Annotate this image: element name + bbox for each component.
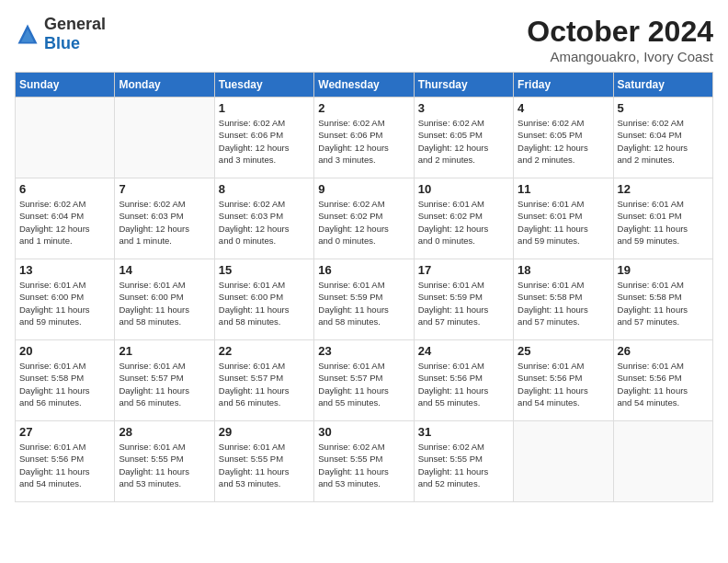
day-number: 19 xyxy=(618,263,709,277)
day-cell: 2Sunrise: 6:02 AMSunset: 6:06 PMDaylight… xyxy=(314,98,414,178)
day-number: 8 xyxy=(219,182,310,196)
day-cell: 19Sunrise: 6:01 AMSunset: 5:58 PMDayligh… xyxy=(613,259,712,340)
page-header: General Blue October 2024 Amangouakro, I… xyxy=(15,15,713,64)
day-cell xyxy=(514,421,613,502)
day-info: Sunrise: 6:01 AMSunset: 5:55 PMDaylight:… xyxy=(219,441,310,489)
day-number: 25 xyxy=(518,344,609,358)
day-cell: 13Sunrise: 6:01 AMSunset: 6:00 PMDayligh… xyxy=(16,259,115,340)
day-number: 27 xyxy=(19,425,110,439)
day-cell: 11Sunrise: 6:01 AMSunset: 6:01 PMDayligh… xyxy=(514,178,613,259)
day-number: 13 xyxy=(19,263,110,277)
day-info: Sunrise: 6:02 AMSunset: 6:03 PMDaylight:… xyxy=(119,198,210,247)
day-cell: 1Sunrise: 6:02 AMSunset: 6:06 PMDaylight… xyxy=(214,98,313,178)
day-cell: 29Sunrise: 6:01 AMSunset: 5:55 PMDayligh… xyxy=(214,421,313,502)
day-number: 17 xyxy=(418,263,509,277)
day-cell: 27Sunrise: 6:01 AMSunset: 5:56 PMDayligh… xyxy=(16,421,115,502)
day-number: 10 xyxy=(418,182,509,196)
day-cell: 7Sunrise: 6:02 AMSunset: 6:03 PMDaylight… xyxy=(115,178,214,259)
day-cell: 25Sunrise: 6:01 AMSunset: 5:56 PMDayligh… xyxy=(514,340,613,421)
day-info: Sunrise: 6:01 AMSunset: 6:00 PMDaylight:… xyxy=(219,279,310,327)
day-number: 23 xyxy=(318,344,409,358)
day-number: 31 xyxy=(418,425,509,439)
header-cell-sunday: Sunday xyxy=(16,73,115,98)
day-info: Sunrise: 6:01 AMSunset: 6:00 PMDaylight:… xyxy=(19,279,110,327)
day-cell: 14Sunrise: 6:01 AMSunset: 6:00 PMDayligh… xyxy=(115,259,214,340)
week-row-2: 13Sunrise: 6:01 AMSunset: 6:00 PMDayligh… xyxy=(16,259,713,340)
month-title: October 2024 xyxy=(527,15,713,49)
day-info: Sunrise: 6:01 AMSunset: 6:00 PMDaylight:… xyxy=(119,279,210,327)
day-number: 18 xyxy=(518,263,609,277)
day-number: 30 xyxy=(318,425,409,439)
day-info: Sunrise: 6:01 AMSunset: 5:57 PMDaylight:… xyxy=(119,360,210,408)
day-number: 9 xyxy=(318,182,409,196)
day-info: Sunrise: 6:01 AMSunset: 5:57 PMDaylight:… xyxy=(219,360,310,408)
logo: General Blue xyxy=(15,15,106,53)
day-info: Sunrise: 6:01 AMSunset: 5:56 PMDaylight:… xyxy=(418,360,509,408)
day-cell: 12Sunrise: 6:01 AMSunset: 6:01 PMDayligh… xyxy=(613,178,712,259)
week-row-3: 20Sunrise: 6:01 AMSunset: 5:58 PMDayligh… xyxy=(16,340,713,421)
day-info: Sunrise: 6:02 AMSunset: 6:06 PMDaylight:… xyxy=(318,117,409,166)
day-info: Sunrise: 6:01 AMSunset: 5:57 PMDaylight:… xyxy=(318,360,409,408)
day-cell: 23Sunrise: 6:01 AMSunset: 5:57 PMDayligh… xyxy=(314,340,414,421)
day-info: Sunrise: 6:02 AMSunset: 6:05 PMDaylight:… xyxy=(418,117,509,166)
calendar-header: SundayMondayTuesdayWednesdayThursdayFrid… xyxy=(16,73,713,98)
day-cell: 5Sunrise: 6:02 AMSunset: 6:04 PMDaylight… xyxy=(613,98,712,178)
week-row-0: 1Sunrise: 6:02 AMSunset: 6:06 PMDaylight… xyxy=(16,98,713,178)
day-info: Sunrise: 6:02 AMSunset: 6:04 PMDaylight:… xyxy=(19,198,110,247)
day-number: 26 xyxy=(618,344,709,358)
day-number: 5 xyxy=(618,101,709,115)
day-cell: 22Sunrise: 6:01 AMSunset: 5:57 PMDayligh… xyxy=(214,340,313,421)
day-info: Sunrise: 6:01 AMSunset: 5:56 PMDaylight:… xyxy=(19,441,110,489)
day-number: 28 xyxy=(119,425,210,439)
day-number: 7 xyxy=(119,182,210,196)
calendar-body: 1Sunrise: 6:02 AMSunset: 6:06 PMDaylight… xyxy=(16,98,713,502)
day-cell: 10Sunrise: 6:01 AMSunset: 6:02 PMDayligh… xyxy=(414,178,513,259)
day-info: Sunrise: 6:02 AMSunset: 5:55 PMDaylight:… xyxy=(418,441,509,489)
day-number: 12 xyxy=(618,182,709,196)
day-number: 4 xyxy=(518,101,609,115)
logo-blue-text: Blue xyxy=(44,34,80,52)
location-title: Amangouakro, Ivory Coast xyxy=(527,49,713,64)
day-number: 3 xyxy=(418,101,509,115)
day-number: 29 xyxy=(219,425,310,439)
header-cell-thursday: Thursday xyxy=(414,73,513,98)
day-cell: 30Sunrise: 6:02 AMSunset: 5:55 PMDayligh… xyxy=(314,421,414,502)
header-cell-wednesday: Wednesday xyxy=(314,73,414,98)
day-cell: 24Sunrise: 6:01 AMSunset: 5:56 PMDayligh… xyxy=(414,340,513,421)
day-info: Sunrise: 6:02 AMSunset: 6:04 PMDaylight:… xyxy=(618,117,709,166)
calendar-table: SundayMondayTuesdayWednesdayThursdayFrid… xyxy=(15,72,713,502)
day-cell: 18Sunrise: 6:01 AMSunset: 5:58 PMDayligh… xyxy=(514,259,613,340)
day-number: 11 xyxy=(518,182,609,196)
day-number: 1 xyxy=(219,101,310,115)
day-cell: 4Sunrise: 6:02 AMSunset: 6:05 PMDaylight… xyxy=(514,98,613,178)
day-info: Sunrise: 6:01 AMSunset: 5:58 PMDaylight:… xyxy=(518,279,609,327)
day-info: Sunrise: 6:01 AMSunset: 6:01 PMDaylight:… xyxy=(618,198,709,247)
day-info: Sunrise: 6:01 AMSunset: 5:58 PMDaylight:… xyxy=(618,279,709,327)
day-cell xyxy=(115,98,214,178)
day-info: Sunrise: 6:01 AMSunset: 6:01 PMDaylight:… xyxy=(518,198,609,247)
day-info: Sunrise: 6:02 AMSunset: 5:55 PMDaylight:… xyxy=(318,441,409,489)
day-info: Sunrise: 6:01 AMSunset: 5:56 PMDaylight:… xyxy=(618,360,709,408)
day-cell: 17Sunrise: 6:01 AMSunset: 5:59 PMDayligh… xyxy=(414,259,513,340)
logo-general-text: General xyxy=(44,15,106,33)
week-row-4: 27Sunrise: 6:01 AMSunset: 5:56 PMDayligh… xyxy=(16,421,713,502)
day-cell: 6Sunrise: 6:02 AMSunset: 6:04 PMDaylight… xyxy=(16,178,115,259)
day-cell: 28Sunrise: 6:01 AMSunset: 5:55 PMDayligh… xyxy=(115,421,214,502)
header-cell-saturday: Saturday xyxy=(613,73,712,98)
title-block: October 2024 Amangouakro, Ivory Coast xyxy=(527,15,713,64)
day-info: Sunrise: 6:01 AMSunset: 5:58 PMDaylight:… xyxy=(19,360,110,408)
day-number: 15 xyxy=(219,263,310,277)
header-cell-friday: Friday xyxy=(514,73,613,98)
day-cell: 16Sunrise: 6:01 AMSunset: 5:59 PMDayligh… xyxy=(314,259,414,340)
day-number: 22 xyxy=(219,344,310,358)
header-cell-monday: Monday xyxy=(115,73,214,98)
day-info: Sunrise: 6:02 AMSunset: 6:05 PMDaylight:… xyxy=(518,117,609,166)
day-cell: 3Sunrise: 6:02 AMSunset: 6:05 PMDaylight… xyxy=(414,98,513,178)
day-number: 16 xyxy=(318,263,409,277)
day-number: 21 xyxy=(119,344,210,358)
day-info: Sunrise: 6:02 AMSunset: 6:02 PMDaylight:… xyxy=(318,198,409,247)
day-number: 24 xyxy=(418,344,509,358)
day-info: Sunrise: 6:01 AMSunset: 5:59 PMDaylight:… xyxy=(318,279,409,327)
day-info: Sunrise: 6:02 AMSunset: 6:03 PMDaylight:… xyxy=(219,198,310,247)
day-cell: 26Sunrise: 6:01 AMSunset: 5:56 PMDayligh… xyxy=(613,340,712,421)
